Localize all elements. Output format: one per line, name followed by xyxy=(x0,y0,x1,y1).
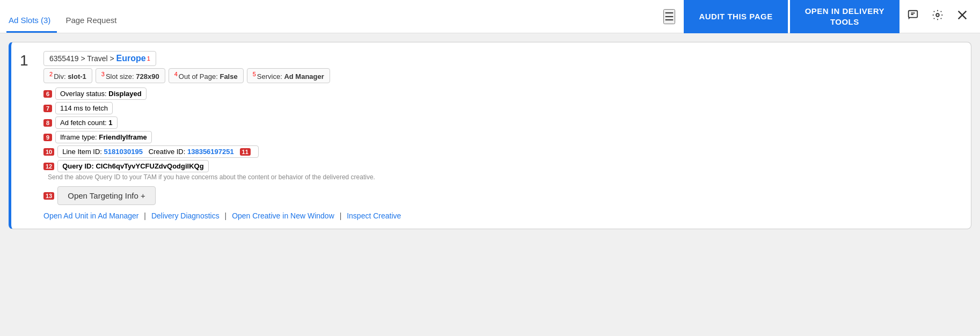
info-tag: 4Out of Page: False xyxy=(169,68,244,83)
info-tag: 5Service: Ad Manager xyxy=(247,68,330,83)
open-targeting-button[interactable]: Open Targeting Info + xyxy=(57,186,155,205)
tab-bar: Ad Slots (3) Page Request xyxy=(6,0,655,33)
footer-link[interactable]: Open Creative in New Window xyxy=(232,211,334,220)
svg-point-4 xyxy=(936,13,939,17)
query-id: CICh6qvTyvYCFUZdvQodgilKQg xyxy=(96,162,203,170)
audit-page-button[interactable]: AUDIT THIS PAGE xyxy=(684,0,787,33)
query-row: 12 Query ID: CICh6qvTyvYCFUZdvQodgilKQg xyxy=(43,160,960,172)
footer-link-separator: | xyxy=(142,211,148,220)
query-label: Query ID: xyxy=(62,162,96,170)
hamburger-menu-button[interactable]: ☰ xyxy=(663,9,675,24)
query-note: Send the above Query ID to your TAM if y… xyxy=(48,173,960,181)
close-icon[interactable] xyxy=(951,6,974,27)
breadcrumb-row: 6355419 > Travel > Europe 1 xyxy=(43,51,960,66)
footer-link-separator: | xyxy=(223,211,229,220)
ad-slot-card: 1 6355419 > Travel > Europe 1 2Div: slot… xyxy=(9,42,971,229)
creative-label: Creative ID: xyxy=(149,148,187,156)
targeting-num: 13 xyxy=(43,192,54,200)
line-item-box: Line Item ID: 5181030195 Creative ID: 13… xyxy=(57,145,259,158)
header-buttons: AUDIT THIS PAGE OPEN IN DELIVERY TOOLS xyxy=(684,0,974,33)
tab-ad-slots[interactable]: Ad Slots (3) xyxy=(6,0,57,33)
line-item-id[interactable]: 5181030195 xyxy=(104,148,143,156)
breadcrumb-link[interactable]: Europe xyxy=(116,54,146,63)
main-content: 1 6355419 > Travel > Europe 1 2Div: slot… xyxy=(0,33,980,238)
info-tag: 2Div: slot-1 xyxy=(43,68,92,83)
info-tag: 3Slot size: 728x90 xyxy=(96,68,165,83)
status-row: 8Ad fetch count: 1 xyxy=(43,116,960,129)
slot-details: 6355419 > Travel > Europe 1 2Div: slot-1… xyxy=(43,51,960,220)
status-row: 7114 ms to fetch xyxy=(43,102,960,114)
footer-link[interactable]: Inspect Creative xyxy=(347,211,401,220)
footer-links: Open Ad Unit in Ad Manager | Delivery Di… xyxy=(43,211,960,220)
creative-num: 11 xyxy=(240,148,251,156)
breadcrumb-path: 6355419 > Travel > xyxy=(49,54,114,63)
line-item-row: 10 Line Item ID: 5181030195 Creative ID:… xyxy=(43,145,960,158)
header: Ad Slots (3) Page Request ☰ AUDIT THIS P… xyxy=(0,0,980,33)
footer-link-separator: | xyxy=(338,211,343,220)
query-num: 12 xyxy=(43,163,54,170)
slot-number: 1 xyxy=(20,52,35,220)
line-item-label: Line Item ID: xyxy=(62,148,104,156)
settings-icon[interactable] xyxy=(926,6,949,27)
footer-link[interactable]: Open Ad Unit in Ad Manager xyxy=(43,211,138,220)
targeting-row: 13 Open Targeting Info + xyxy=(43,186,960,205)
query-box: Query ID: CICh6qvTyvYCFUZdvQodgilKQg xyxy=(57,160,208,172)
line-item-num: 10 xyxy=(43,148,54,156)
info-tags-row: 2Div: slot-13Slot size: 728x904Out of Pa… xyxy=(43,68,960,83)
status-row: 6Overlay status: Displayed xyxy=(43,87,960,100)
tab-page-request[interactable]: Page Request xyxy=(63,0,123,33)
breadcrumb-box: 6355419 > Travel > Europe 1 xyxy=(43,51,156,66)
creative-id[interactable]: 138356197251 xyxy=(187,148,234,156)
feedback-icon[interactable] xyxy=(902,6,924,27)
breadcrumb-num: 1 xyxy=(147,55,150,62)
svg-marker-3 xyxy=(909,18,911,20)
svg-rect-0 xyxy=(909,11,918,18)
status-row: 9Iframe type: FriendlyIframe xyxy=(43,131,960,143)
footer-link[interactable]: Delivery Diagnostics xyxy=(151,211,220,220)
open-delivery-tools-button[interactable]: OPEN IN DELIVERY TOOLS xyxy=(790,0,899,33)
